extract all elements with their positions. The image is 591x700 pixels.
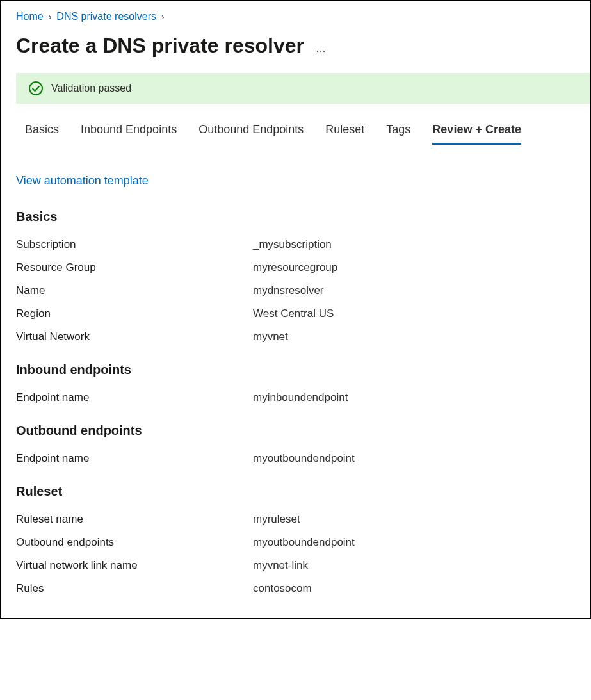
field-label: Region: [16, 307, 253, 320]
field-resource-group: Resource Group myresourcegroup: [16, 261, 575, 274]
field-value: mydnsresolver: [253, 284, 324, 297]
field-region: Region West Central US: [16, 307, 575, 320]
tab-review-create[interactable]: Review + Create: [432, 123, 521, 145]
field-label: Virtual Network: [16, 330, 253, 343]
page-title-row: Create a DNS private resolver …: [1, 28, 590, 73]
basics-heading: Basics: [16, 209, 575, 224]
field-value: West Central US: [253, 307, 334, 320]
page-title: Create a DNS private resolver: [16, 34, 304, 58]
field-virtual-network: Virtual Network myvnet: [16, 330, 575, 343]
field-value: myoutboundendpoint: [253, 452, 355, 465]
ruleset-heading: Ruleset: [16, 484, 575, 499]
field-value: myvnet: [253, 330, 288, 343]
validation-message: Validation passed: [51, 83, 131, 94]
inbound-heading: Inbound endpoints: [16, 362, 575, 377]
svg-point-0: [29, 82, 42, 95]
field-label: Ruleset name: [16, 513, 253, 526]
chevron-right-icon: ›: [49, 12, 52, 22]
tab-basics[interactable]: Basics: [25, 123, 59, 145]
field-label: Endpoint name: [16, 391, 253, 404]
field-value: myvnet-link: [253, 559, 308, 572]
field-ruleset-name: Ruleset name myruleset: [16, 513, 575, 526]
section-ruleset: Ruleset Ruleset name myruleset Outbound …: [1, 484, 590, 595]
tabs: Basics Inbound Endpoints Outbound Endpoi…: [1, 104, 590, 145]
field-value: myruleset: [253, 513, 300, 526]
field-value: _mysubscription: [253, 238, 332, 251]
field-rules: Rules contosocom: [16, 582, 575, 595]
tab-tags[interactable]: Tags: [386, 123, 410, 145]
tab-ruleset[interactable]: Ruleset: [325, 123, 364, 145]
validation-banner: Validation passed: [16, 73, 590, 104]
field-outbound-endpoint: Endpoint name myoutboundendpoint: [16, 452, 575, 465]
field-value: contosocom: [253, 582, 312, 595]
field-label: Outbound endpoints: [16, 536, 253, 549]
page-container: Home › DNS private resolvers › Create a …: [1, 1, 590, 618]
field-label: Endpoint name: [16, 452, 253, 465]
outbound-heading: Outbound endpoints: [16, 423, 575, 438]
field-value: myoutboundendpoint: [253, 536, 355, 549]
section-basics: Basics Subscription _mysubscription Reso…: [1, 209, 590, 343]
field-subscription: Subscription _mysubscription: [16, 238, 575, 251]
field-vnet-link: Virtual network link name myvnet-link: [16, 559, 575, 572]
tab-inbound-endpoints[interactable]: Inbound Endpoints: [81, 123, 177, 145]
tab-outbound-endpoints[interactable]: Outbound Endpoints: [198, 123, 304, 145]
field-label: Resource Group: [16, 261, 253, 274]
breadcrumb: Home › DNS private resolvers ›: [1, 8, 590, 28]
field-ruleset-outbound: Outbound endpoints myoutboundendpoint: [16, 536, 575, 549]
view-automation-template-link[interactable]: View automation template: [16, 174, 149, 188]
section-inbound: Inbound endpoints Endpoint name myinboun…: [1, 362, 590, 404]
section-outbound: Outbound endpoints Endpoint name myoutbo…: [1, 423, 590, 465]
breadcrumb-parent[interactable]: DNS private resolvers: [56, 11, 156, 22]
field-label: Subscription: [16, 238, 253, 251]
chevron-right-icon: ›: [161, 12, 165, 22]
more-actions-icon[interactable]: …: [316, 38, 327, 54]
field-label: Name: [16, 284, 253, 297]
field-label: Virtual network link name: [16, 559, 253, 572]
field-value: myresourcegroup: [253, 261, 337, 274]
field-label: Rules: [16, 582, 253, 595]
field-name: Name mydnsresolver: [16, 284, 575, 297]
checkmark-circle-icon: [28, 81, 44, 96]
breadcrumb-home[interactable]: Home: [16, 11, 44, 22]
field-inbound-endpoint: Endpoint name myinboundendpoint: [16, 391, 575, 404]
field-value: myinboundendpoint: [253, 391, 348, 404]
